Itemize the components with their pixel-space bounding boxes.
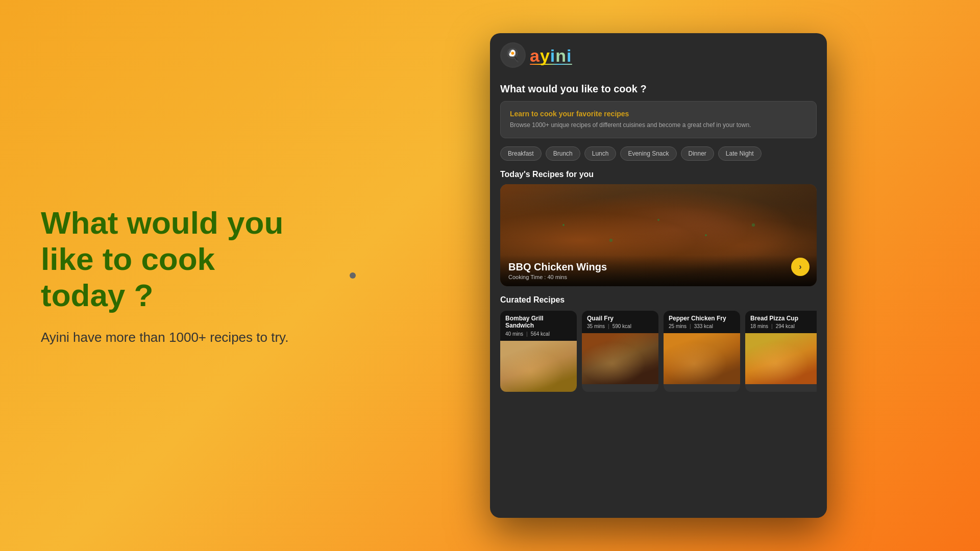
recipe-mins-3: 18 mins	[750, 323, 768, 329]
recipe-mins-2: 25 mins	[669, 323, 687, 329]
left-title: What would you like to cook today ?	[41, 205, 296, 314]
recipe-card-name-2: Pepper Chicken Fry	[669, 315, 735, 322]
left-panel: What would you like to cook today ? Ayin…	[0, 174, 337, 377]
featured-recipe-time: Cooking Time : 40 mins	[508, 274, 808, 280]
logo-letter-i2: i	[567, 46, 572, 65]
recipe-card-meta-1: 35 mins | 590 kcal	[587, 323, 653, 329]
food-img-overlay-2	[664, 333, 740, 384]
curated-recipe-card-1[interactable]: Quail Fry 35 mins | 590 kcal	[582, 311, 658, 392]
meal-tag-late-night[interactable]: Late Night	[718, 146, 762, 161]
meal-tag-lunch[interactable]: Lunch	[584, 146, 617, 161]
app-window: 🍳 ayini What would you like to cook ? Le…	[490, 33, 827, 518]
recipe-card-header-0: Bombay Grill Sandwich 40 mins | 564 kcal	[500, 311, 577, 341]
featured-recipe-name: BBQ Chicken Wings	[508, 261, 808, 273]
curated-recipe-card-2[interactable]: Pepper Chicken Fry 25 mins | 333 kcal	[664, 311, 740, 392]
recipe-card-image-0	[500, 341, 577, 392]
recipe-card-name-0: Bombay Grill Sandwich	[505, 315, 572, 330]
recipe-card-meta-0: 40 mins | 564 kcal	[505, 331, 572, 337]
logo-letter-i1: i	[550, 46, 555, 65]
featured-recipe-card[interactable]: BBQ Chicken Wings Cooking Time : 40 mins…	[500, 184, 817, 286]
recipe-card-header-1: Quail Fry 35 mins | 590 kcal	[582, 311, 658, 333]
curated-recipes-row: Bombay Grill Sandwich 40 mins | 564 kcal…	[500, 311, 817, 392]
right-panel: 🍳 ayini What would you like to cook ? Le…	[337, 18, 980, 533]
food-img-overlay-1	[582, 333, 658, 384]
recipe-kcal-3: 294 kcal	[776, 323, 795, 329]
meal-tags-row: BreakfastBrunchLunchEvening SnackDinnerL…	[500, 146, 817, 161]
meal-tag-evening-snack[interactable]: Evening Snack	[620, 146, 676, 161]
recipe-card-header-3: Bread Pizza Cup 18 mins | 294 kcal	[745, 311, 817, 333]
main-question: What would you like to cook ?	[500, 83, 817, 95]
food-img-overlay-3	[745, 333, 817, 384]
recipe-card-image-1	[582, 333, 658, 384]
recipe-card-name-1: Quail Fry	[587, 315, 653, 322]
meal-tag-dinner[interactable]: Dinner	[681, 146, 714, 161]
logo-icon: 🍳	[500, 42, 526, 68]
info-banner-desc: Browse 1000+ unique recipes of different…	[510, 121, 807, 130]
logo-area: 🍳 ayini	[500, 42, 572, 68]
recipe-card-image-3	[745, 333, 817, 384]
curated-recipe-card-0[interactable]: Bombay Grill Sandwich 40 mins | 564 kcal	[500, 311, 577, 392]
meal-tag-breakfast[interactable]: Breakfast	[500, 146, 542, 161]
todays-recipes-label: Today's Recipes for you	[500, 170, 817, 179]
logo-text: ayini	[530, 46, 572, 66]
curated-recipes-label: Curated Recipes	[500, 295, 817, 305]
meta-divider-3: |	[771, 323, 773, 329]
meta-divider-1: |	[608, 323, 609, 329]
left-subtitle: Ayini have more than 1000+ recipes to tr…	[41, 328, 296, 346]
recipe-card-image-2	[664, 333, 740, 384]
meta-divider-0: |	[526, 331, 528, 337]
recipe-kcal-2: 333 kcal	[694, 323, 713, 329]
logo-text-block: ayini	[530, 46, 572, 65]
logo-letter-a: a	[530, 46, 540, 65]
recipe-mins-0: 40 mins	[505, 331, 523, 337]
recipe-card-meta-3: 18 mins | 294 kcal	[750, 323, 817, 329]
recipe-kcal-1: 590 kcal	[612, 323, 631, 329]
logo-letter-n: n	[555, 46, 567, 65]
recipe-kcal-0: 564 kcal	[531, 331, 550, 337]
recipe-card-name-3: Bread Pizza Cup	[750, 315, 817, 322]
scroll-dot	[350, 272, 356, 279]
next-recipe-button[interactable]: ›	[791, 258, 810, 276]
app-scrollable-content[interactable]: What would you like to cook ? Learn to c…	[490, 73, 827, 518]
food-img-overlay-0	[500, 341, 577, 392]
featured-recipe-info: BBQ Chicken Wings Cooking Time : 40 mins	[500, 255, 817, 286]
recipe-mins-1: 35 mins	[587, 323, 605, 329]
info-banner: Learn to cook your favorite recipes Brow…	[500, 101, 817, 138]
curated-recipe-card-3[interactable]: Bread Pizza Cup 18 mins | 294 kcal	[745, 311, 817, 392]
info-banner-title: Learn to cook your favorite recipes	[510, 110, 807, 118]
app-header: 🍳 ayini	[490, 33, 827, 73]
recipe-card-meta-2: 25 mins | 333 kcal	[669, 323, 735, 329]
meta-divider-2: |	[690, 323, 691, 329]
logo-letter-y: y	[540, 46, 550, 65]
meal-tag-brunch[interactable]: Brunch	[546, 146, 580, 161]
recipe-card-header-2: Pepper Chicken Fry 25 mins | 333 kcal	[664, 311, 740, 333]
